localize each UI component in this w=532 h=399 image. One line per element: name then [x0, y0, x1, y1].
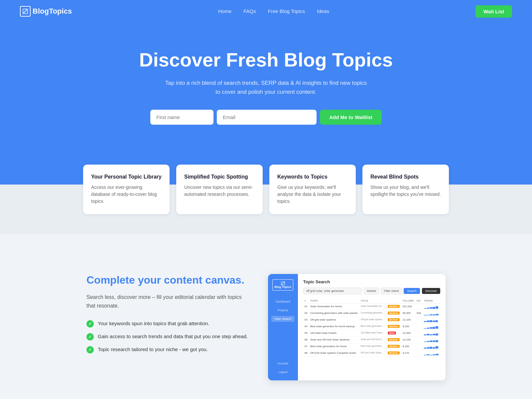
- mock-main: Topic Search off grid solar, solar gener…: [298, 274, 446, 380]
- table-row: 05 100 Watt Solar Panels 100 Watt Solar …: [303, 330, 440, 337]
- feature-title-0: Your Personal Topic Library: [91, 174, 162, 180]
- check-icon-1: [86, 333, 94, 340]
- mock-nav-logout[interactable]: Logout: [271, 369, 295, 375]
- col-title: TITLE: [359, 298, 386, 304]
- hero-section: Discover Fresh Blog Topics Tap into a ri…: [0, 23, 532, 165]
- hero-form: Add Me to Waitlist: [7, 110, 525, 125]
- mock-nav-projects[interactable]: Projects: [271, 307, 295, 313]
- nav-links: Home FAQs Free Blog Topics Ideas: [218, 8, 329, 14]
- table-row: 06 Solar and Off-Grid Solar Systems Sola…: [303, 337, 440, 343]
- logo-text: BlogTopics: [33, 7, 72, 16]
- mock-select-market[interactable]: Market: [364, 288, 379, 294]
- mock-logo: Blog Topics: [272, 279, 293, 291]
- nav-free-blog-topics[interactable]: Free Blog Topics: [268, 8, 305, 14]
- mock-nav-dashboard[interactable]: Dashboard: [271, 299, 295, 305]
- features-section: Your Personal Topic Library Access our e…: [0, 165, 532, 234]
- mock-app: Blog Topics Dashboard Projects Topic Sea…: [268, 274, 446, 380]
- feature-card-0: Your Personal Topic Library Access our e…: [83, 165, 170, 214]
- checklist-text-2: Topic research tailored to your niche - …: [98, 346, 208, 353]
- col-kd: KD: [415, 298, 423, 304]
- feature-desc-0: Access our ever-growing database of read…: [91, 184, 162, 205]
- mock-nav-topic-search[interactable]: Topic Search: [271, 316, 295, 322]
- table-row: 07 Best solar generators for home Best s…: [303, 343, 440, 350]
- col-num: #: [303, 298, 309, 304]
- firstname-input[interactable]: [150, 110, 213, 125]
- table-row: 02 Connecting generators with solar pane…: [303, 310, 440, 317]
- content-section: Complete your content canvas. Search les…: [66, 247, 466, 399]
- feature-desc-2: Give us your keywords; we'll analyse the…: [277, 184, 348, 205]
- content-heading-highlight: content canvas.: [164, 274, 244, 286]
- feature-title-1: Simplified Topic Spotting: [184, 174, 255, 180]
- table-row: 03 Off-grid solar systems Off-grid solar…: [303, 317, 440, 324]
- mock-discover-button[interactable]: Discover: [422, 288, 440, 294]
- check-icon-0: [86, 320, 94, 328]
- checklist-item-1: Gain access to search trends and data th…: [86, 333, 248, 340]
- table-row: 08 Off Grid Solar System Complete Guide …: [303, 350, 440, 357]
- content-left: Complete your content canvas. Search les…: [86, 274, 248, 353]
- feature-title-3: Reveal Blind Spots: [370, 174, 441, 180]
- checklist-text-1: Gain access to search trends and data th…: [98, 333, 248, 340]
- content-heading: Complete your content canvas.: [86, 274, 248, 286]
- content-subtext: Search less, discover more – fill your e…: [86, 293, 248, 310]
- svg-line-2: [281, 282, 284, 285]
- nav-ideas[interactable]: Ideas: [317, 8, 329, 14]
- checklist: Your keywords spun into topics that grab…: [86, 320, 248, 353]
- content-right: Blog Topics Dashboard Projects Topic Sea…: [268, 274, 446, 380]
- table-row: 01 Solar Generation for Home Solar Gener…: [303, 304, 440, 310]
- mock-sidebar: Blog Topics Dashboard Projects Topic Sea…: [268, 274, 298, 380]
- col-badge: [386, 298, 401, 304]
- feature-card-1: Simplified Topic Spotting Uncover new to…: [176, 165, 263, 214]
- logo[interactable]: BlogTopics: [20, 6, 72, 17]
- mock-search-button[interactable]: Search: [404, 288, 420, 294]
- mock-select-intent[interactable]: Filter Intent: [381, 288, 402, 294]
- check-icon-2: [86, 346, 94, 353]
- feature-card-3: Reveal Blind Spots Show us your blog, an…: [362, 165, 449, 214]
- feature-card-2: Keywords to Topics Give us your keywords…: [269, 165, 356, 214]
- navbar: BlogTopics Home FAQs Free Blog Topics Id…: [0, 0, 532, 23]
- svg-line-0: [23, 9, 27, 13]
- logo-icon: [20, 6, 31, 17]
- checklist-item-2: Topic research tailored to your niche - …: [86, 346, 248, 353]
- feature-title-2: Keywords to Topics: [277, 174, 348, 180]
- nav-waitlist-button[interactable]: Wait List: [475, 5, 512, 18]
- mock-search-input[interactable]: off grid solar, solar generator: [303, 288, 362, 294]
- hero-heading: Discover Fresh Blog Topics: [7, 49, 525, 70]
- add-waitlist-button[interactable]: Add Me to Waitlist: [320, 110, 381, 125]
- mock-page-title: Topic Search: [303, 279, 440, 284]
- table-row: 04 Best solar generator for home backup …: [303, 324, 440, 330]
- col-trend: TREND: [423, 298, 441, 304]
- checklist-item-0: Your keywords spun into topics that grab…: [86, 320, 248, 328]
- mock-nav-account[interactable]: Account: [271, 360, 295, 366]
- hero-subtext: Tap into a rich blend of search trends, …: [163, 78, 369, 96]
- email-input[interactable]: [217, 110, 317, 125]
- mock-search-bar: off grid solar, solar generator Market F…: [303, 288, 440, 294]
- content-heading-plain: Complete your: [86, 274, 164, 286]
- feature-desc-3: Show us your blog, and we'll spotlight t…: [370, 184, 441, 198]
- col-volume: VOLUME: [401, 298, 415, 304]
- nav-faqs[interactable]: FAQs: [243, 8, 256, 14]
- checklist-text-0: Your keywords spun into topics that grab…: [98, 320, 209, 327]
- nav-home[interactable]: Home: [218, 8, 231, 14]
- features-grid: Your Personal Topic Library Access our e…: [83, 165, 449, 214]
- feature-desc-1: Uncover new topics via our semi-automate…: [184, 184, 255, 198]
- mock-results-table: # TOPIC TITLE VOLUME KD TREND 01 Solar G…: [303, 298, 440, 357]
- col-topic: TOPIC: [309, 298, 359, 304]
